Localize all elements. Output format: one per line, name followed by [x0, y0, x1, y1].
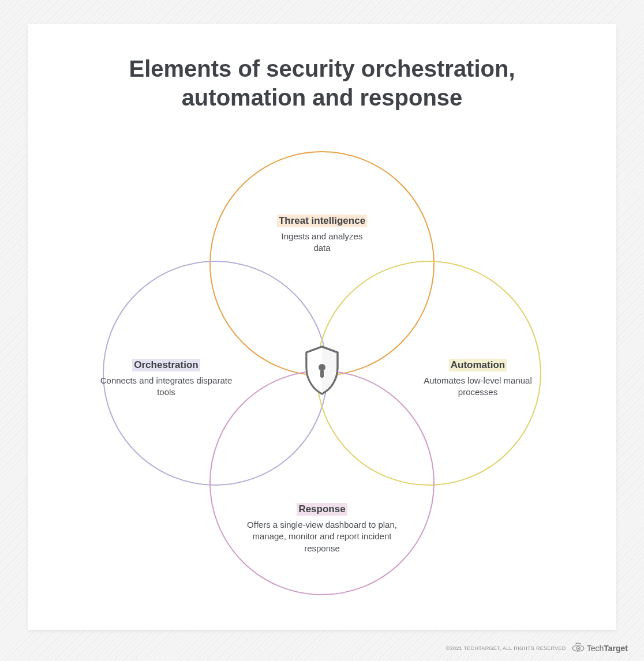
shield-lock-icon — [302, 344, 342, 396]
node-automation: Automation Automates low-level manual pr… — [403, 359, 553, 399]
node-description: Offers a single-view dashboard to plan, … — [241, 519, 403, 554]
circle-response — [209, 370, 435, 595]
node-label: Threat intelligence — [277, 215, 367, 227]
node-orchestration: Orchestration Connects and integrates di… — [91, 359, 241, 399]
diagram-card: Elements of security orchestration, auto… — [28, 24, 616, 630]
node-description: Ingests and analyzes data — [273, 231, 371, 254]
node-description: Automates low-level manual processes — [403, 375, 553, 399]
brand-logo: TechTarget — [572, 643, 628, 654]
node-label: Response — [297, 503, 347, 516]
node-label: Automation — [449, 359, 507, 371]
copyright-text: ©2021 TECHTARGET, ALL RIGHTS RESERVED — [446, 645, 566, 651]
diagram-title: Elements of security orchestration, auto… — [28, 54, 616, 112]
eye-icon — [572, 643, 585, 654]
venn-diagram: Threat intelligence Ingests and analyzes… — [28, 145, 616, 607]
node-response: Response Offers a single-view dashboard … — [28, 503, 616, 554]
node-threat-intelligence: Threat intelligence Ingests and analyzes… — [28, 215, 616, 254]
svg-rect-1 — [320, 370, 324, 378]
svg-point-4 — [577, 648, 578, 649]
footer: ©2021 TECHTARGET, ALL RIGHTS RESERVED Te… — [446, 643, 628, 654]
node-description: Connects and integrates disparate tools — [91, 375, 241, 399]
node-label: Orchestration — [132, 359, 200, 371]
brand-text: TechTarget — [587, 644, 628, 653]
